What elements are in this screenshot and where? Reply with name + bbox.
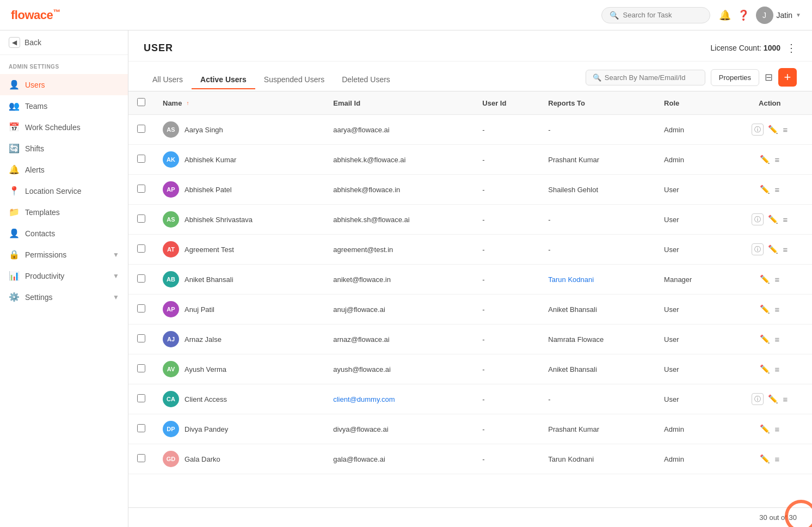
help-button[interactable]: ❓ bbox=[737, 9, 749, 21]
edit-button[interactable]: ✏️ bbox=[760, 424, 770, 434]
role-cell: User bbox=[655, 295, 727, 324]
menu-button[interactable]: ≡ bbox=[783, 215, 788, 224]
sidebar-item-contacts[interactable]: 👤 Contacts bbox=[0, 223, 128, 244]
edit-button[interactable]: ✏️ bbox=[760, 364, 770, 374]
reports-to-value: Prashant Kumar bbox=[548, 156, 599, 164]
sidebar-item-label: Contacts bbox=[25, 229, 55, 238]
edit-button[interactable]: ✏️ bbox=[760, 185, 770, 194]
row-checkbox[interactable] bbox=[137, 364, 145, 372]
menu-button[interactable]: ≡ bbox=[774, 425, 779, 434]
sidebar-item-shifts[interactable]: 🔄 Shifts bbox=[0, 138, 128, 159]
role-cell: User bbox=[655, 324, 727, 354]
tab-deleted-users[interactable]: Deleted Users bbox=[333, 71, 399, 89]
sidebar-item-location-service[interactable]: 📍 Location Service bbox=[0, 180, 128, 201]
tabs-row: All Users Active Users Suspended Users D… bbox=[128, 62, 812, 91]
reports-to-link[interactable]: Tarun Kodnani bbox=[548, 275, 594, 284]
sidebar-item-templates[interactable]: 📁 Templates bbox=[0, 201, 128, 223]
table-row: AJ Arnaz Jalse arnaz@flowace.ai - Namrat… bbox=[128, 324, 812, 354]
email-text: abhishek.sh@flowace.ai bbox=[333, 216, 409, 224]
menu-button[interactable]: ≡ bbox=[774, 365, 779, 374]
menu-button[interactable]: ≡ bbox=[774, 155, 779, 164]
select-all-checkbox[interactable] bbox=[137, 98, 145, 106]
edit-button[interactable]: ✏️ bbox=[768, 394, 778, 404]
menu-button[interactable]: ≡ bbox=[774, 275, 779, 284]
tab-all-users[interactable]: All Users bbox=[144, 71, 192, 89]
row-checkbox[interactable] bbox=[137, 215, 145, 223]
user-search-bar[interactable]: 🔍 bbox=[586, 70, 705, 85]
reports-to-cell: - bbox=[539, 235, 655, 265]
row-checkbox[interactable] bbox=[137, 424, 145, 432]
userid-cell: - bbox=[473, 384, 539, 414]
tab-suspended-users[interactable]: Suspended Users bbox=[255, 71, 333, 89]
edit-button[interactable]: ✏️ bbox=[760, 304, 770, 314]
back-button[interactable]: ◀ Back bbox=[0, 30, 128, 55]
main-content: USER License Count: 1000 ⋮ All Users Act… bbox=[128, 30, 812, 527]
sidebar-item-settings[interactable]: ⚙️ Settings ▼ bbox=[0, 286, 128, 308]
avatar: AT bbox=[163, 241, 179, 258]
table-row: AS Abhishek Shrivastava abhishek.sh@flow… bbox=[128, 205, 812, 235]
user-search-input[interactable] bbox=[605, 73, 692, 82]
sidebar: ◀ Back ADMIN SETTINGS 👤 Users 👥 Teams 📅 … bbox=[0, 30, 128, 527]
back-label: Back bbox=[24, 38, 41, 47]
menu-button[interactable]: ≡ bbox=[774, 185, 779, 194]
row-checkbox[interactable] bbox=[137, 334, 145, 342]
row-checkbox[interactable] bbox=[137, 125, 145, 133]
userid-cell: - bbox=[473, 175, 539, 205]
task-search-input[interactable] bbox=[623, 11, 699, 19]
menu-button[interactable]: ≡ bbox=[774, 455, 779, 464]
row-checkbox[interactable] bbox=[137, 155, 145, 163]
edit-button[interactable]: ✏️ bbox=[768, 215, 778, 224]
menu-button[interactable]: ≡ bbox=[774, 335, 779, 344]
task-search-bar[interactable]: 🔍 bbox=[601, 7, 710, 23]
userid-column-header: User Id bbox=[473, 91, 539, 115]
filter-button[interactable]: ⊟ bbox=[765, 71, 773, 83]
decoration-arc bbox=[785, 500, 812, 527]
role-cell: Manager bbox=[655, 265, 727, 295]
sidebar-item-work-schedules[interactable]: 📅 Work Schedules bbox=[0, 117, 128, 138]
user-full-name: Anuj Patil bbox=[184, 305, 214, 314]
user-profile[interactable]: J Jatin ▼ bbox=[756, 7, 801, 24]
edit-button[interactable]: ✏️ bbox=[760, 155, 770, 164]
edit-button[interactable]: ✏️ bbox=[768, 244, 778, 254]
row-checkbox[interactable] bbox=[137, 274, 145, 283]
menu-button[interactable]: ≡ bbox=[783, 125, 788, 134]
edit-button[interactable]: ✏️ bbox=[760, 334, 770, 344]
reports-to-cell: Tarun Kodnani bbox=[539, 444, 655, 474]
edit-button[interactable]: ✏️ bbox=[760, 274, 770, 284]
menu-button[interactable]: ≡ bbox=[783, 245, 788, 254]
info-button[interactable]: ⓘ bbox=[752, 213, 764, 225]
more-options-button[interactable]: ⋮ bbox=[786, 41, 797, 54]
row-checkbox[interactable] bbox=[137, 244, 145, 253]
templates-icon: 📁 bbox=[9, 207, 20, 217]
email-cell: agreement@test.in bbox=[324, 235, 473, 265]
info-button[interactable]: ⓘ bbox=[752, 393, 764, 405]
properties-button[interactable]: Properties bbox=[711, 69, 759, 86]
info-button[interactable]: ⓘ bbox=[752, 124, 764, 136]
reports-to-cell: Prashant Kumar bbox=[539, 414, 655, 444]
row-checkbox[interactable] bbox=[137, 304, 145, 312]
sidebar-item-productivity[interactable]: 📊 Productivity ▼ bbox=[0, 265, 128, 286]
info-button[interactable]: ⓘ bbox=[752, 243, 764, 255]
menu-button[interactable]: ≡ bbox=[783, 395, 788, 404]
sidebar-item-teams[interactable]: 👥 Teams bbox=[0, 95, 128, 117]
row-checkbox[interactable] bbox=[137, 454, 145, 462]
menu-button[interactable]: ≡ bbox=[774, 305, 779, 314]
email-cell: aarya@flowace.ai bbox=[324, 115, 473, 145]
sidebar-item-users[interactable]: 👤 Users bbox=[0, 74, 128, 95]
row-checkbox[interactable] bbox=[137, 185, 145, 193]
sidebar-item-alerts[interactable]: 🔔 Alerts bbox=[0, 159, 128, 180]
reports-to-cell: - bbox=[539, 384, 655, 414]
sort-icon[interactable]: ↑ bbox=[186, 100, 189, 106]
tab-active-users[interactable]: Active Users bbox=[192, 71, 255, 89]
email-link[interactable]: client@dummy.com bbox=[333, 395, 395, 403]
notifications-button[interactable]: 🔔 bbox=[719, 9, 731, 21]
avatar: AP bbox=[163, 301, 179, 317]
reports-to-value: Prashant Kumar bbox=[548, 425, 599, 433]
sidebar-item-permissions[interactable]: 🔒 Permissions ▼ bbox=[0, 244, 128, 265]
edit-button[interactable]: ✏️ bbox=[760, 454, 770, 464]
user-id-value: - bbox=[482, 455, 484, 463]
edit-button[interactable]: ✏️ bbox=[768, 125, 778, 134]
row-checkbox[interactable] bbox=[137, 394, 145, 402]
row-checkbox-cell bbox=[128, 205, 154, 235]
add-user-button[interactable]: + bbox=[778, 68, 797, 87]
